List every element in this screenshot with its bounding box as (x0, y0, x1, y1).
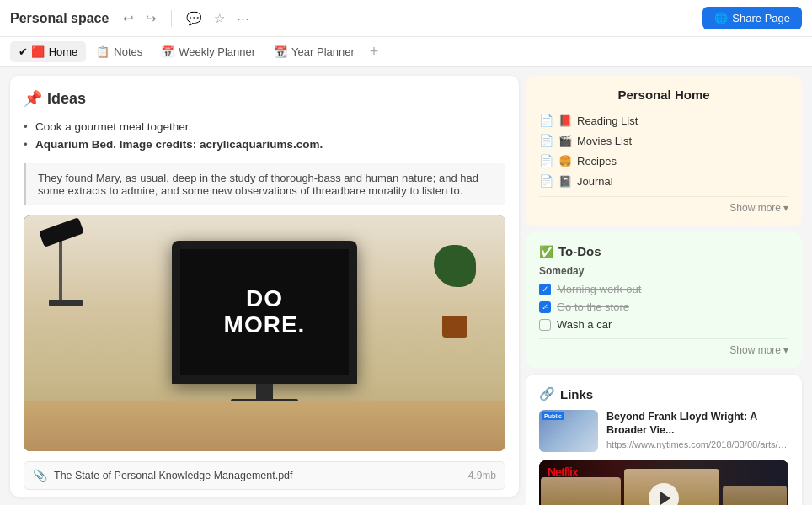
public-badge: Public (542, 412, 564, 420)
monitor-stand (256, 384, 273, 401)
links-widget: 🔗 Links Public Beyond Frank Lloyd Wright… (526, 375, 802, 505)
tab-bar: ✔ 🟥 Home 📋 Notes 📅 Weekly Planner 📆 Year… (0, 37, 812, 67)
show-more-todos[interactable]: Show more ▾ (539, 338, 788, 356)
tab-year-planner[interactable]: 📆 Year Planner (265, 41, 363, 62)
main-content: 📌 Ideas Cook a gourmet meal together. Aq… (0, 67, 812, 505)
attachment-size: 4.9mb (468, 470, 496, 481)
list-item[interactable]: 📄 📓 Journal (539, 171, 788, 191)
undo-icon[interactable]: ↩ (119, 8, 138, 29)
todo-item: Wash a car (539, 316, 788, 333)
todos-icon: ✅ (539, 245, 553, 258)
top-bar: Personal space ↩ ↪ 💬 ☆ ⋯ 🌐 Share Page (0, 0, 812, 37)
list-item[interactable]: 📄 🎬 Movies List (539, 130, 788, 151)
top-bar-actions: ↩ ↪ (119, 8, 161, 29)
todo-checkbox-checked[interactable]: ✓ (539, 301, 551, 313)
star-icon[interactable]: ☆ (210, 8, 229, 29)
chevron-down-icon: ▾ (783, 344, 788, 356)
tab-home[interactable]: ✔ 🟥 Home (10, 41, 86, 62)
personal-home-title: Personal Home (539, 88, 788, 102)
list-item-icon: 🍔 (558, 155, 572, 167)
todo-item: ✓ Morning work-out (539, 280, 788, 298)
todos-section-label: Someday (539, 265, 788, 277)
todos-widget: ✅ To-Dos Someday ✓ Morning work-out ✓ Go… (526, 232, 802, 368)
link-thumbnail: Public (539, 410, 598, 452)
add-tab-button[interactable]: + (365, 41, 384, 62)
page-title: Personal space (10, 11, 109, 26)
tab-home-icon: ✔ 🟥 (19, 45, 45, 58)
top-bar-extra-icons: 💬 ☆ ⋯ (182, 8, 254, 29)
share-button[interactable]: 🌐 Share Page (702, 7, 802, 29)
list-item: Cook a gourmet meal together. (24, 118, 505, 136)
ideas-section-title: 📌 Ideas (24, 89, 505, 108)
list-item: Aquarium Bed. Image credits: acrylicaqua… (24, 136, 505, 153)
todo-item: ✓ Go to the store (539, 298, 788, 316)
lamp-decoration (40, 224, 108, 325)
attachment-name: The State of Personal Knowledge Manageme… (54, 470, 462, 481)
divider (171, 10, 172, 27)
link-icon: 🔗 (539, 386, 555, 401)
link-card[interactable]: Public Beyond Frank Lloyd Wright: A Broa… (539, 410, 788, 452)
ideas-list: Cook a gourmet meal together. Aquarium B… (24, 118, 505, 153)
tab-notes-icon: 📋 (96, 45, 110, 58)
todo-checkbox-checked[interactable]: ✓ (539, 284, 551, 295)
link-info: Beyond Frank Lloyd Wright: A Broader Vie… (606, 410, 788, 449)
quote-block: They found Mary, as usual, deep in the s… (24, 163, 505, 205)
doc-icon: 📄 (539, 114, 553, 127)
list-item[interactable]: 📄 🍔 Recipes (539, 151, 788, 171)
plant-decoration (430, 232, 480, 300)
globe-icon: 🌐 (714, 12, 728, 24)
show-more-personal[interactable]: Show more ▾ (539, 196, 788, 214)
left-panel: 📌 Ideas Cook a gourmet meal together. Aq… (10, 76, 519, 497)
more-icon[interactable]: ⋯ (232, 8, 254, 29)
chevron-down-icon: ▾ (783, 202, 788, 214)
redo-icon[interactable]: ↪ (142, 8, 161, 29)
comment-icon[interactable]: 💬 (182, 8, 206, 29)
todos-title: To-Dos (558, 244, 601, 258)
tab-weekly-icon: 📅 (161, 45, 174, 58)
desk-image: DO MORE. (24, 215, 505, 451)
right-panel: Personal Home 📄 📕 Reading List 📄 🎬 Movie… (526, 67, 812, 505)
monitor-decoration: DO MORE. (172, 241, 357, 384)
list-item-icon: 📓 (558, 175, 572, 188)
todo-checkbox-empty[interactable] (539, 319, 551, 331)
doc-icon: 📄 (539, 174, 553, 188)
doc-icon: 📄 (539, 154, 553, 167)
personal-home-widget: Personal Home 📄 📕 Reading List 📄 🎬 Movie… (526, 76, 802, 226)
attachment-icon: 📎 (33, 469, 47, 482)
tab-weekly-planner[interactable]: 📅 Weekly Planner (152, 41, 264, 62)
tab-notes[interactable]: 📋 Notes (88, 41, 151, 62)
play-triangle-icon (660, 492, 670, 505)
list-item-icon: 🎬 (558, 135, 572, 147)
personal-home-list: 📄 📕 Reading List 📄 🎬 Movies List 📄 🍔 Rec… (539, 110, 788, 191)
tab-year-icon: 📆 (274, 45, 287, 58)
attachment[interactable]: 📎 The State of Personal Knowledge Manage… (24, 461, 505, 490)
ideas-icon: 📌 (24, 89, 42, 108)
list-item[interactable]: 📄 📕 Reading List (539, 110, 788, 130)
netflix-card[interactable]: Netflix (539, 460, 788, 505)
doc-icon: 📄 (539, 134, 553, 147)
netflix-logo: Netflix (548, 465, 578, 479)
list-item-icon: 📕 (558, 114, 572, 127)
links-title: 🔗 Links (539, 386, 788, 401)
